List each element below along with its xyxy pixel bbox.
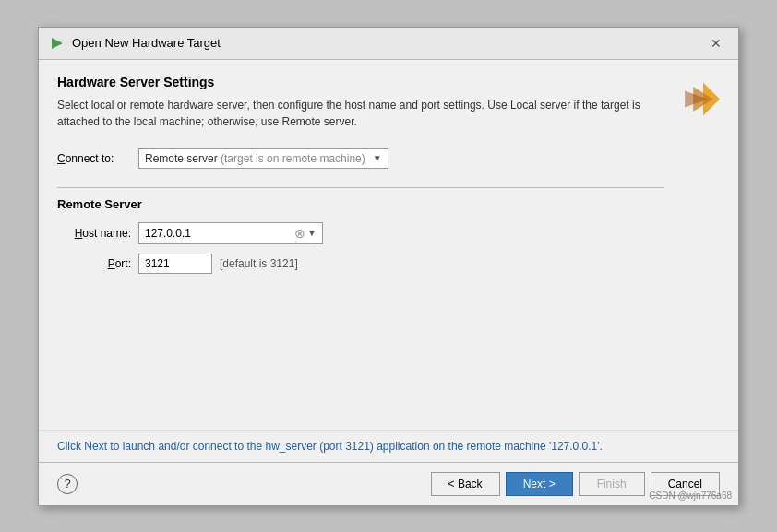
logo-area [664, 75, 720, 415]
main-area: Hardware Server Settings Select local or… [57, 75, 664, 415]
description-text: Select local or remote hardware server, … [57, 97, 664, 130]
dialog-title: Open New Hardware Target [72, 36, 221, 50]
close-button[interactable]: ✕ [705, 35, 727, 52]
svg-marker-0 [52, 38, 63, 49]
port-row: Port: [default is 3121] [57, 254, 664, 274]
hostname-input-wrap: ⊗ ▼ [138, 222, 323, 244]
finish-button[interactable]: Finish [579, 472, 645, 496]
info-bar: Click Next to launch and/or connect to t… [39, 430, 738, 462]
main-dialog: Open New Hardware Target ✕ Hardware Serv… [38, 27, 739, 506]
port-label: Port: [57, 257, 131, 270]
hostname-row: Host name: ⊗ ▼ [57, 222, 664, 244]
hostname-dropdown-icon[interactable]: ▼ [307, 228, 317, 238]
dropdown-value: Remote server (target is on remote machi… [145, 152, 365, 165]
connect-to-row: Connect to: Remote server (target is on … [57, 148, 664, 169]
title-bar-left: Open New Hardware Target [50, 36, 221, 51]
title-icon [50, 36, 65, 51]
help-button[interactable]: ? [57, 474, 78, 494]
port-default-text: [default is 3121] [220, 257, 298, 270]
watermark-text: CSDN @wjn776a68 [649, 491, 732, 501]
remote-server-section: Remote Server Host name: ⊗ ▼ [57, 187, 664, 274]
back-button[interactable]: < Back [431, 472, 500, 496]
hostname-label: Host name: [57, 227, 131, 240]
connect-to-label: Connect to: [57, 152, 131, 165]
title-bar: Open New Hardware Target ✕ [39, 28, 738, 60]
hostname-clear-icon[interactable]: ⊗ [294, 226, 305, 241]
section-title: Hardware Server Settings [57, 75, 664, 89]
content-area: Hardware Server Settings Select local or… [39, 60, 738, 430]
port-input[interactable] [138, 254, 212, 274]
next-button[interactable]: Next > [506, 472, 573, 496]
hostname-input[interactable] [145, 227, 294, 240]
connect-to-dropdown[interactable]: Remote server (target is on remote machi… [138, 148, 388, 169]
dropdown-arrow-icon: ▼ [373, 153, 382, 163]
info-message: Click Next to launch and/or connect to t… [57, 440, 603, 453]
footer: ? < Back Next > Finish Cancel [39, 462, 738, 505]
remote-server-title: Remote Server [57, 197, 664, 211]
xilinx-logo [678, 78, 720, 120]
